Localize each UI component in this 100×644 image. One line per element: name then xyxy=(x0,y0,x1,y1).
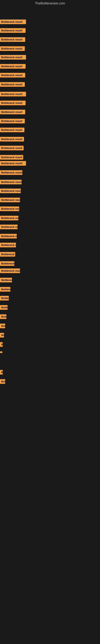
bottleneck-result-item[interactable]: Bottleneck result xyxy=(0,198,20,202)
bottleneck-result-item[interactable]: Bottleneck result xyxy=(0,137,24,142)
bottleneck-result-item[interactable]: B xyxy=(0,342,3,347)
bottleneck-result-item[interactable]: Bottleneck result xyxy=(0,64,26,69)
bottleneck-result-item[interactable]: Bottleneck result xyxy=(0,20,26,24)
bottleneck-result-item[interactable]: Bottleneck result xyxy=(0,261,14,266)
bottleneck-result-item[interactable]: B xyxy=(0,370,3,374)
bottleneck-result-item[interactable]: Bottleneck result xyxy=(0,268,20,273)
bottleneck-result-item[interactable]: Bottleneck result xyxy=(0,146,24,150)
bottleneck-result-item[interactable]: Bottleneck result xyxy=(0,216,18,220)
bottleneck-result-item[interactable]: Bottleneck result xyxy=(0,110,25,114)
bottleneck-result-item[interactable]: Bottleneck result xyxy=(0,100,26,105)
bottleneck-result-item[interactable]: Bottleneck result xyxy=(0,73,25,78)
bottleneck-result-item[interactable]: Bott xyxy=(0,324,5,328)
bottleneck-result-item[interactable]: Bo xyxy=(0,333,4,338)
bottleneck-result-item[interactable]: Bottleneck xyxy=(0,296,9,300)
bottleneck-result-item[interactable] xyxy=(0,352,2,353)
bottleneck-result-item[interactable]: Bottle xyxy=(0,314,6,319)
bottleneck-result-item[interactable]: Bottleneck result xyxy=(0,224,18,229)
bottleneck-result-item[interactable]: Bottleneck result xyxy=(0,119,25,123)
bottleneck-result-item[interactable]: Bottleneck result xyxy=(0,188,21,193)
bottleneck-result-item[interactable]: Bottleneck result xyxy=(0,234,17,238)
bottleneck-result-item[interactable]: Bottleneck result xyxy=(0,206,19,211)
bottleneck-result-item[interactable]: Bottleneck result xyxy=(0,170,22,175)
bottleneck-result-item[interactable]: Bottleneck result xyxy=(0,243,16,247)
bottleneck-result-item[interactable]: Bottleneck result xyxy=(0,180,22,184)
bottleneck-result-item[interactable]: Bottleneck result xyxy=(0,55,26,60)
bottleneck-result-item[interactable]: Bottleneck result xyxy=(0,161,26,166)
bottleneck-result-item[interactable]: Bottleneck result xyxy=(0,82,25,87)
bottleneck-result-item[interactable]: Bott xyxy=(0,379,5,384)
site-title: TheBottlenecker.com xyxy=(0,0,100,6)
bottleneck-result-item[interactable]: Bottleneck result xyxy=(0,128,24,132)
bottleneck-result-item[interactable]: Bottleneck r xyxy=(0,287,10,292)
bottleneck-result-item[interactable]: Bottleneck result xyxy=(0,46,25,51)
bottleneck-result-item[interactable]: Bottleneck result xyxy=(0,278,12,282)
bottleneck-result-item[interactable]: Bottleneck result xyxy=(0,28,26,33)
bottleneck-result-item[interactable]: Bottleneck result xyxy=(0,92,26,96)
bottleneck-result-item[interactable]: Bottleneck result xyxy=(0,252,15,256)
bottleneck-result-item[interactable]: Bottlenec xyxy=(0,305,8,310)
bottleneck-result-item[interactable]: Bottleneck result xyxy=(0,155,23,160)
bottleneck-result-item[interactable]: Bottleneck result xyxy=(0,37,25,42)
